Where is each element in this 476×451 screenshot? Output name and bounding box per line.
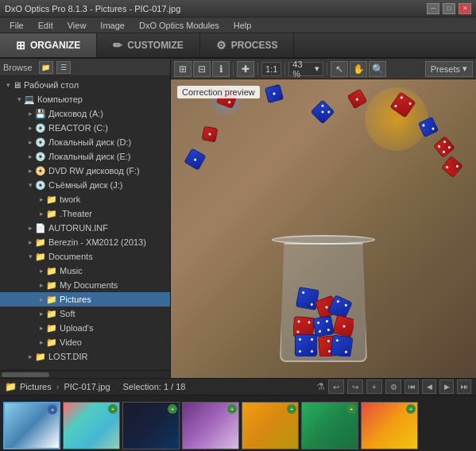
tree-item[interactable]: ▸📁.Theater [0,206,170,221]
tree-arrow-icon: ▾ [25,252,35,260]
tree-item[interactable]: ▸📄AUTORUN.INF [0,221,170,235]
tree-arrow-icon: ▸ [25,353,35,360]
thumbnail-badge: + [48,405,57,414]
thumbnail-wrapper: + [361,402,418,449]
tree-item[interactable]: ▸💿Локальный диск (D:) [0,135,170,149]
tab-customize[interactable]: ✏ CUSTOMIZE [97,33,199,57]
tree-item-icon: 📀 [35,166,46,176]
detail-view-btn[interactable]: ⊟ [193,61,211,77]
toolbar-sep-3 [284,63,285,75]
tree-item[interactable]: ▸📁Pictures [0,292,170,306]
thumbnail-badge: + [346,404,356,414]
sidebar-scrollbar[interactable] [0,370,170,378]
tree-arrow-icon: ▸ [37,338,46,346]
tree-item[interactable]: ▾🖥Рабочий стол [0,78,170,92]
tree-item[interactable]: ▸📁Music [0,264,170,278]
tree-item-label: Documents [48,252,93,261]
tree-item-label: Компьютер [37,94,83,104]
close-button[interactable]: ✕ [459,3,471,14]
tab-process[interactable]: ⚙ PROCESS [200,33,295,57]
list-item[interactable]: +PIC-011.jpg [182,402,239,451]
tree-item[interactable]: ▸💿Локальный диск (E:) [0,149,170,164]
tree-item[interactable]: ▾📁Documents [0,249,170,264]
filmstrip-add-btn[interactable]: + [366,380,382,394]
list-item[interactable]: +PIC-008.jpg [3,402,60,451]
tree-item[interactable]: ▸📁Berezin - XM2012 (2013) [0,235,170,249]
compare-btn[interactable]: ✚ [237,61,254,77]
tree-item-label: LOST.DIR [48,352,88,361]
tree-item[interactable]: ▸💾Диcковод (A:) [0,106,170,121]
tree-arrow-icon: ▾ [25,181,35,189]
maximize-button[interactable]: □ [443,3,455,14]
pointer-tool-btn[interactable]: ↖ [331,61,348,77]
filmstrip-undo-btn[interactable]: ↩ [328,380,344,394]
tree-item[interactable]: ▸📁Video [0,335,170,349]
sidebar-header: Browse 📁 ☰ [0,59,170,76]
list-item[interactable]: +PIC-012.jpg [242,402,299,451]
folder-icon: 📁 [5,381,17,392]
menu-dxo-optics-modules[interactable]: DxO Optics Modules [133,19,226,32]
hand-tool-btn[interactable]: ✋ [350,61,367,77]
tree-item[interactable]: ▸💿REACTOR (C:) [0,121,170,135]
grid-view-btn[interactable]: ⊞ [174,61,192,77]
tree-item[interactable]: ▾💿Съёмный диск (J:) [0,178,170,192]
filmstrip-bar: 📁 Pictures › PIC-017.jpg Selection: 1 / … [0,378,476,395]
tree-item-label: AUTORUN.INF [48,223,108,233]
tree-arrow-icon: ▸ [25,224,35,232]
minimize-button[interactable]: ─ [427,3,439,14]
filmstrip: +PIC-008.jpg+PIC-009.jpg+PIC-010.jpg+PIC… [0,395,476,451]
tree-item[interactable]: ▸📁Upload's [0,321,170,335]
tree-item[interactable]: ▸📀DVD RW дисковод (F:) [0,164,170,178]
menu-help[interactable]: Help [227,19,258,32]
zoom-value: 43 % ▾ [288,62,323,76]
filmstrip-last-btn[interactable]: ⏭ [457,380,471,394]
tree-item-icon: 📁 [46,309,57,319]
browse-label: Browse [3,63,33,72]
main-layout: Browse 📁 ☰ ▾🖥Рабочий стол▾💻Компьютер▸💾Ди… [0,59,476,378]
filmstrip-first-btn[interactable]: ⏮ [404,380,419,394]
tree-item[interactable]: ▸📁My Documents [0,278,170,292]
tree-item-label: Upload's [60,323,93,333]
selection-label: Selection: 1 / 18 [123,382,186,391]
menu-edit[interactable]: Edit [32,19,60,32]
thumbnail-wrapper: + [63,402,120,449]
tree-item-label: .Theater [60,209,92,218]
tree-item-label: Локальный диск (E:) [48,152,131,161]
list-item[interactable]: +PIC-010.jpg [122,402,180,451]
customize-icon: ✏ [113,39,122,52]
thumbnail-badge: + [168,404,177,414]
list-item[interactable]: +PIC-014.jpg [361,402,418,451]
filmstrip-redo-btn[interactable]: ↪ [347,380,363,394]
tab-organize[interactable]: ⊞ ORGANIZE [0,33,97,57]
filmstrip-settings-btn[interactable]: ⚙ [385,380,401,394]
thumbnail-badge: + [287,404,296,414]
filmstrip-next-btn[interactable]: ▶ [439,380,454,394]
menu-image[interactable]: Image [94,19,131,32]
menu-file[interactable]: File [3,19,30,32]
presets-arrow-icon: ▾ [462,64,467,74]
filmstrip-prev-btn[interactable]: ◀ [422,380,436,394]
thumbnail-wrapper: + [3,402,60,449]
menu-bar: File Edit View Image DxO Optics Modules … [0,17,476,33]
list-item[interactable]: +PIC-013.jpg [301,402,358,451]
thumbnail-wrapper: + [122,402,180,449]
info-btn[interactable]: ℹ [212,61,230,77]
tree-arrow-icon: ▸ [37,324,46,332]
process-icon: ⚙ [216,39,226,52]
tree-item[interactable]: ▸📁LOST.DIR [0,349,170,364]
list-item[interactable]: +PIC-009.jpg [63,402,120,451]
sidebar-list-btn[interactable]: ☰ [56,61,71,74]
tree-item-label: Berezin - XM2012 (2013) [48,237,146,247]
tree-item-icon: 📁 [46,266,57,276]
tree-item[interactable]: ▸📁twork [0,192,170,206]
tree-item-icon: 📁 [35,352,46,362]
tree-item-icon: 💿 [35,123,46,133]
tree-item[interactable]: ▾💻Компьютер [0,92,170,106]
tree-item[interactable]: ▸📁Soft [0,306,170,321]
search-btn[interactable]: 🔍 [369,61,386,77]
tree-item-icon: 📁 [46,323,57,333]
tree-item-label: Рабочий стол [24,80,79,90]
sidebar-folder-btn[interactable]: 📁 [39,61,53,74]
presets-button[interactable]: Presets ▾ [425,61,473,77]
menu-view[interactable]: View [61,19,93,32]
